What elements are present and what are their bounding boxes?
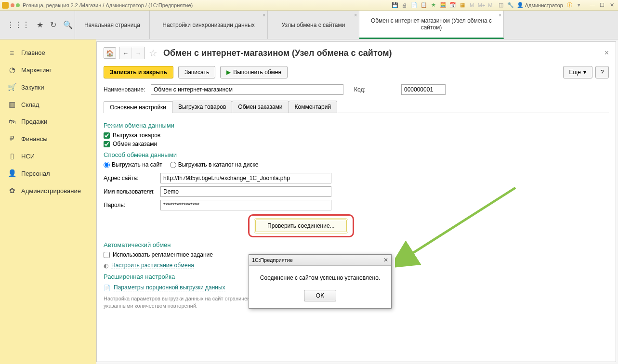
tab-exchange-nodes[interactable]: Узлы обмена с сайтами× xyxy=(268,11,359,39)
code-input[interactable] xyxy=(401,84,446,95)
password-input[interactable] xyxy=(160,200,331,210)
search-icon[interactable]: 🔍 xyxy=(63,20,73,29)
tab-main-settings[interactable]: Основные настройки xyxy=(104,101,172,113)
star-icon[interactable]: ★ xyxy=(430,2,437,9)
tab-export-goods[interactable]: Выгрузка товаров xyxy=(172,101,232,113)
sidebar-label: Администрирование xyxy=(21,187,81,195)
app-logo-icon xyxy=(2,2,9,9)
tab-close-icon[interactable]: × xyxy=(354,13,357,18)
m-minus-icon[interactable]: M xyxy=(469,2,475,9)
tab-exchange-orders[interactable]: Обмен заказами xyxy=(232,101,289,113)
section-auto: Автоматический обмен xyxy=(104,241,609,248)
forward-button[interactable]: → xyxy=(132,47,145,59)
sidebar-item-nsi[interactable]: ▯НСИ xyxy=(0,147,96,165)
dialog-titlebar[interactable]: 1С:Предприятие ✕ xyxy=(249,255,391,266)
dialog-close-button[interactable]: ✕ xyxy=(383,257,388,263)
checkbox-input[interactable] xyxy=(104,132,110,139)
copy-icon[interactable]: 📋 xyxy=(421,2,427,9)
info-icon[interactable]: ⓘ xyxy=(566,2,573,9)
radio-input[interactable] xyxy=(170,162,176,168)
tab-comment[interactable]: Комментарий xyxy=(289,101,338,113)
radio-disk[interactable]: Выгружать в каталог на диске xyxy=(170,161,259,168)
maximize-button[interactable]: ☐ xyxy=(598,2,606,9)
sidebar-item-main[interactable]: ≡Главное xyxy=(0,44,96,61)
content-header: 🏠 ← → ☆ Обмен с интернет-магазином (Узел… xyxy=(104,47,609,59)
checkbox-label: Использовать регламентное задание xyxy=(113,251,213,258)
apps-icon[interactable]: ⋮⋮⋮ xyxy=(7,20,30,29)
check-connection-highlight: Проверить соединение... xyxy=(248,214,354,237)
sidebar-item-finance[interactable]: ₽Финансы xyxy=(0,130,96,147)
dropdown-icon[interactable]: ▾ xyxy=(576,2,582,9)
favorite-icon[interactable]: ★ xyxy=(37,20,43,29)
calendar-icon[interactable]: 📅 xyxy=(449,2,456,9)
minimize-button[interactable]: — xyxy=(588,2,597,9)
action-buttons: Записать и закрыть Записать ▶Выполнить о… xyxy=(104,66,609,78)
currency-icon: ₽ xyxy=(8,134,16,143)
gear-icon: ✿ xyxy=(8,186,16,195)
close-window-button[interactable]: ✕ xyxy=(607,2,616,9)
toolbar-left: ⋮⋮⋮ ★ ↻ 🔍 xyxy=(0,11,75,39)
current-user[interactable]: 👤 Администратор xyxy=(517,2,563,8)
tab-close-icon[interactable]: × xyxy=(263,13,265,18)
checkbox-export-goods[interactable]: Выгрузка товаров xyxy=(104,132,609,139)
checkbox-input[interactable] xyxy=(104,252,110,258)
help-button[interactable]: ? xyxy=(595,66,609,78)
save-icon[interactable]: 💾 xyxy=(392,2,398,9)
calc-icon[interactable]: 🧮 xyxy=(440,2,447,9)
site-address-label: Адрес сайта: xyxy=(104,175,160,182)
check-connection-button[interactable]: Проверить соединение... xyxy=(255,220,347,232)
doc-icon[interactable]: 📄 xyxy=(411,2,418,9)
main-area: ≡Главное ◔Маркетинг 🛒Закупки ▥Склад 🛍Про… xyxy=(0,39,618,364)
print-icon[interactable]: 🖨 xyxy=(401,2,408,9)
panel-icon[interactable]: ◫ xyxy=(498,2,504,9)
checkbox-exchange-orders[interactable]: Обмен заказами xyxy=(104,141,609,147)
home-button[interactable]: 🏠 xyxy=(104,47,116,59)
dialog-message: Соединение с сайтом успешно установлено. xyxy=(249,266,391,290)
back-button[interactable]: ← xyxy=(119,47,132,59)
name-input[interactable] xyxy=(151,84,343,95)
run-exchange-button[interactable]: ▶Выполнить обмен xyxy=(220,66,288,78)
traffic-lights xyxy=(11,3,20,7)
tool-icon[interactable]: 🔧 xyxy=(507,2,514,9)
history-icon[interactable]: ↻ xyxy=(50,20,56,29)
sidebar-label: НСИ xyxy=(21,153,35,160)
tab-sync-settings[interactable]: Настройки синхронизации данных× xyxy=(150,11,268,39)
chunk-params-link[interactable]: Параметры порционной выгрузки данных xyxy=(114,284,225,291)
sidebar-item-marketing[interactable]: ◔Маркетинг xyxy=(0,61,96,78)
configure-schedule-link[interactable]: Настроить расписание обмена xyxy=(111,262,194,269)
tab-label: Обмен с интернет-магазином (Узел обмена … xyxy=(365,17,498,31)
password-label: Пароль: xyxy=(104,202,160,208)
dialog-ok-button[interactable]: OK xyxy=(304,290,336,301)
tab-label: Узлы обмена с сайтами xyxy=(282,22,345,28)
save-and-close-button[interactable]: Записать и закрыть xyxy=(104,66,173,78)
tab-label: Настройки синхронизации данных xyxy=(162,22,255,28)
m-plus-icon[interactable]: M+ xyxy=(478,2,485,9)
checkbox-input[interactable] xyxy=(104,141,110,147)
tab-close-icon[interactable]: × xyxy=(499,13,501,18)
tab-home[interactable]: Начальная страница xyxy=(75,11,150,39)
radio-site[interactable]: Выгружать на сайт xyxy=(104,161,162,168)
name-code-row: Наименование: Код: xyxy=(104,84,609,95)
more-button[interactable]: Еще ▾ xyxy=(563,66,592,78)
sidebar-label: Закупки xyxy=(21,84,44,91)
close-page-button[interactable]: × xyxy=(605,49,609,57)
save-button[interactable]: Записать xyxy=(178,66,215,78)
tab-exchange-node-form[interactable]: Обмен с интернет-магазином (Узел обмена … xyxy=(359,11,504,39)
chart-icon: ◔ xyxy=(8,65,16,74)
favorite-star-icon[interactable]: ☆ xyxy=(149,47,158,59)
sidebar-item-administration[interactable]: ✿Администрирование xyxy=(0,182,96,199)
sidebar-item-personnel[interactable]: 👤Персонал xyxy=(0,165,96,182)
username-input[interactable] xyxy=(160,186,331,197)
grid-icon[interactable]: ▦ xyxy=(459,2,466,9)
cart-icon: 🛒 xyxy=(8,83,16,91)
radio-input[interactable] xyxy=(104,162,110,168)
section-mode: Режим обмена данными xyxy=(104,122,609,129)
sidebar-item-warehouse[interactable]: ▥Склад xyxy=(0,96,96,113)
bullet-icon: ◐ xyxy=(104,262,108,269)
m-minus2-icon[interactable]: M- xyxy=(488,2,495,9)
sidebar-item-sales[interactable]: 🛍Продажи xyxy=(0,113,96,130)
site-address-input[interactable] xyxy=(160,173,331,183)
sidebar-label: Персонал xyxy=(21,170,50,177)
message-dialog: 1С:Предприятие ✕ Соединение с сайтом усп… xyxy=(249,254,392,309)
sidebar-item-purchases[interactable]: 🛒Закупки xyxy=(0,78,96,96)
